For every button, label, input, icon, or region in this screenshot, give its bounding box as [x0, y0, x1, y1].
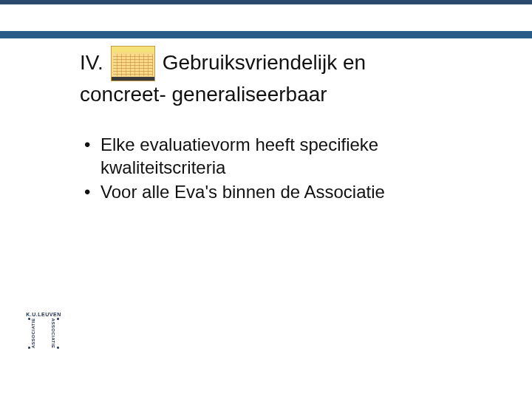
slide-top-border — [0, 0, 532, 4]
slide-content: IV. Gebruiksvriendelijk en concreet- gen… — [80, 50, 494, 205]
logo-dot — [28, 347, 30, 349]
logo-dot — [57, 347, 59, 349]
bullet-mark: • — [80, 133, 100, 156]
logo-dot — [28, 318, 30, 320]
bullet-list: • Elke evaluatievorm heeft specifieke kw… — [80, 133, 494, 204]
title-text-line2: concreet- generaliseerbaar — [80, 83, 494, 106]
title-text-line1: Gebruiksvriendelijk en — [163, 50, 366, 75]
logo-text-right: ASSOCIATIE — [50, 318, 55, 348]
bullet-text: Elke evaluatievorm heeft specifieke kwal… — [100, 133, 494, 179]
logo-dot — [57, 318, 59, 320]
logo-text-left: ASSOCIATIE — [31, 318, 35, 348]
bullet-text: Voor alle Eva's binnen de Associatie — [100, 180, 494, 203]
list-item: • Elke evaluatievorm heeft specifieke kw… — [80, 133, 494, 179]
title-numeral: IV. — [80, 50, 103, 75]
logo-ring: K.U.LEUVEN ASSOCIATIE ASSOCIATIE — [22, 312, 65, 355]
logo-text-top: K.U.LEUVEN — [26, 312, 61, 317]
bullet-mark: • — [80, 180, 100, 203]
list-item: • Voor alle Eva's binnen de Associatie — [80, 180, 494, 203]
associatie-kuleuven-logo: K.U.LEUVEN ASSOCIATIE ASSOCIATIE — [22, 312, 65, 355]
slide-title-row: IV. Gebruiksvriendelijk en — [80, 50, 494, 81]
spreadsheet-icon — [111, 46, 155, 81]
slide-header-divider — [0, 31, 532, 38]
